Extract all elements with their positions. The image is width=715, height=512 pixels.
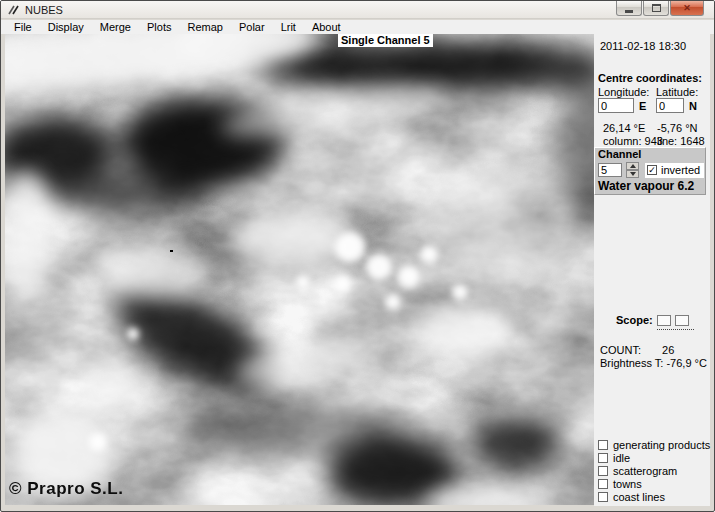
latitude-unit: N bbox=[689, 100, 697, 112]
status-row-scatterogram[interactable]: scatterogram bbox=[598, 464, 710, 477]
generating-products-checkbox[interactable] bbox=[598, 440, 608, 450]
channel-row: ✓ inverted bbox=[598, 162, 704, 178]
window-title: NUBES bbox=[25, 4, 63, 16]
centre-coordinates-heading: Centre coordinates: bbox=[598, 72, 702, 84]
latitude-readout: -5,76 °N bbox=[657, 122, 697, 134]
status-row-coast-lines[interactable]: coast lines bbox=[598, 490, 710, 503]
latitude-label: Latitude: bbox=[656, 86, 698, 98]
scope-label: Scope: bbox=[616, 314, 653, 326]
spinner-up-icon bbox=[630, 164, 636, 168]
app-icon bbox=[7, 4, 20, 16]
menu-remap[interactable]: Remap bbox=[179, 21, 230, 33]
brightness-value: -76,9 °C bbox=[666, 357, 706, 369]
scope-box-1 bbox=[657, 315, 671, 326]
timestamp-label: 2011-02-18 18:30 bbox=[600, 40, 686, 52]
channel-heading: Channel bbox=[598, 148, 641, 160]
control-panel: 2011-02-18 18:30 Centre coordinates: Lon… bbox=[594, 34, 710, 506]
menu-file[interactable]: File bbox=[6, 21, 40, 33]
inverted-label: inverted bbox=[661, 164, 700, 176]
menu-bar: File Display Merge Plots Remap Polar Lri… bbox=[1, 20, 714, 34]
idle-label: idle bbox=[613, 452, 630, 464]
status-row-towns[interactable]: towns bbox=[598, 477, 710, 490]
longitude-readout: 26,14 °E bbox=[603, 122, 645, 134]
minimize-button[interactable] bbox=[616, 1, 642, 16]
scope-box-2 bbox=[675, 315, 689, 326]
channel-spinner bbox=[626, 162, 639, 178]
idle-checkbox[interactable] bbox=[598, 453, 608, 463]
inverted-checkbox[interactable]: ✓ bbox=[647, 165, 657, 175]
count-value: 26 bbox=[662, 344, 674, 356]
channel-spin-down-button[interactable] bbox=[626, 170, 639, 178]
towns-label: towns bbox=[613, 478, 642, 490]
close-button[interactable]: ✕ bbox=[670, 1, 704, 16]
inverted-checkbox-group[interactable]: ✓ inverted bbox=[645, 163, 704, 178]
maximize-button[interactable] bbox=[643, 1, 669, 16]
scope-dotted-line bbox=[657, 329, 694, 330]
brightness-label: Brightness T: bbox=[600, 357, 663, 369]
latitude-input[interactable] bbox=[656, 98, 684, 113]
towns-checkbox[interactable] bbox=[598, 479, 608, 489]
brightness-row: Brightness T: -76,9 °C bbox=[600, 357, 707, 369]
minimize-icon bbox=[625, 10, 633, 13]
copyright-label: © Prapro S.L. bbox=[9, 479, 123, 499]
longitude-input[interactable] bbox=[598, 98, 634, 113]
scope-row: Scope: bbox=[616, 314, 689, 326]
maximize-icon bbox=[652, 4, 661, 12]
title-bar[interactable]: NUBES bbox=[1, 1, 714, 19]
menu-display[interactable]: Display bbox=[40, 21, 92, 33]
channel-input[interactable] bbox=[598, 163, 622, 177]
line-readout: line: 1648 bbox=[657, 135, 705, 147]
status-row-generating-products[interactable]: generating products bbox=[598, 438, 710, 451]
channel-spin-up-button[interactable] bbox=[626, 162, 639, 170]
centre-marker bbox=[170, 250, 173, 252]
water-vapour-render bbox=[5, 34, 594, 505]
count-label: COUNT: bbox=[600, 344, 641, 356]
app-window: NUBES ✕ File Display Merge Plots Remap P… bbox=[0, 0, 715, 512]
menu-lrit[interactable]: Lrit bbox=[273, 21, 304, 33]
longitude-label: Longitude: bbox=[598, 86, 649, 98]
generating-products-label: generating products bbox=[613, 439, 710, 451]
coast-lines-label: coast lines bbox=[613, 491, 665, 503]
scatterogram-checkbox[interactable] bbox=[598, 466, 608, 476]
scatterogram-label: scatterogram bbox=[613, 465, 677, 477]
channel-groupbox: Channel ✓ inverted Water vapour 6.2 bbox=[594, 147, 706, 195]
menu-polar[interactable]: Polar bbox=[231, 21, 273, 33]
latitude-row: N bbox=[656, 98, 697, 113]
channel-description: Water vapour 6.2 bbox=[598, 179, 694, 193]
column-readout: column: 943 bbox=[603, 135, 663, 147]
spinner-down-icon bbox=[630, 172, 636, 176]
image-title-label: Single Channel 5 bbox=[338, 34, 433, 47]
menu-plots[interactable]: Plots bbox=[139, 21, 179, 33]
count-row: COUNT: 26 bbox=[600, 344, 674, 356]
status-checkbox-list: generating products idle scatterogram to… bbox=[598, 438, 710, 503]
longitude-unit: E bbox=[639, 100, 646, 112]
coast-lines-checkbox[interactable] bbox=[598, 492, 608, 502]
status-row-idle[interactable]: idle bbox=[598, 451, 710, 464]
window-controls: ✕ bbox=[615, 1, 704, 16]
menu-merge[interactable]: Merge bbox=[92, 21, 139, 33]
longitude-row: E bbox=[598, 98, 646, 113]
satellite-image[interactable]: Single Channel 5 © Prapro S.L. bbox=[5, 34, 594, 505]
menu-about[interactable]: About bbox=[304, 21, 349, 33]
